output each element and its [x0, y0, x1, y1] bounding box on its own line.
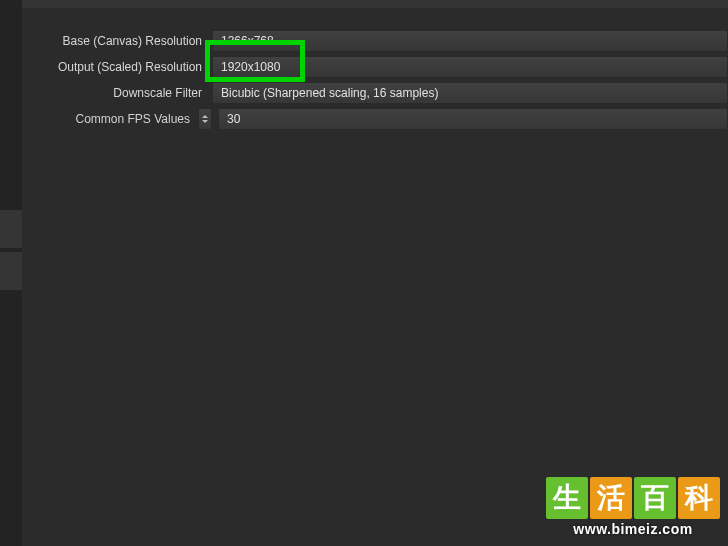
chevron-down-icon	[202, 120, 208, 123]
field-output-resolution[interactable]: 1920x1080	[212, 56, 728, 78]
row-base-resolution: Base (Canvas) Resolution 1366x768	[22, 28, 728, 54]
row-output-resolution: Output (Scaled) Resolution 1920x1080	[22, 54, 728, 80]
label-output-resolution: Output (Scaled) Resolution	[22, 60, 212, 74]
fps-type-stepper[interactable]	[198, 108, 212, 130]
value-downscale-filter: Bicubic (Sharpened scaling, 16 samples)	[221, 86, 438, 100]
left-sidebar	[0, 0, 22, 546]
field-fps-value[interactable]: 30	[218, 108, 728, 130]
top-bar	[22, 0, 728, 8]
video-settings-panel: Base (Canvas) Resolution 1366x768 Output…	[22, 20, 728, 546]
field-downscale-filter[interactable]: Bicubic (Sharpened scaling, 16 samples)	[212, 82, 728, 104]
value-base-resolution: 1366x768	[221, 34, 274, 48]
label-downscale-filter: Downscale Filter	[22, 86, 212, 100]
value-output-resolution: 1920x1080	[221, 60, 280, 74]
label-fps-type: Common FPS Values	[76, 112, 195, 126]
sidebar-spacer	[0, 252, 22, 290]
value-fps: 30	[227, 112, 240, 126]
field-base-resolution[interactable]: 1366x768	[212, 30, 728, 52]
chevron-up-icon	[202, 115, 208, 118]
sidebar-spacer	[0, 210, 22, 248]
label-base-resolution: Base (Canvas) Resolution	[22, 34, 212, 48]
row-downscale-filter: Downscale Filter Bicubic (Sharpened scal…	[22, 80, 728, 106]
row-fps: Common FPS Values 30	[22, 106, 728, 132]
